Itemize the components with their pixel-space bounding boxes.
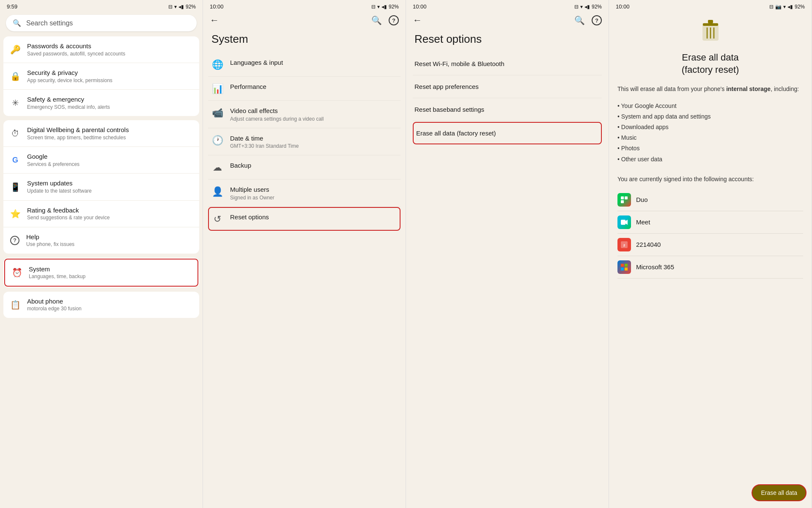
- settings-item-google[interactable]: G Google Services & preferences: [3, 147, 199, 174]
- svg-rect-1: [703, 23, 718, 26]
- system-item-languages[interactable]: 🌐 Languages & input: [208, 52, 401, 77]
- duo-logo: [617, 193, 631, 207]
- performance-icon: 📊: [211, 83, 223, 94]
- accounts-intro: You are currently signed into the follow…: [617, 175, 803, 184]
- settings-item-system[interactable]: ⏰ System Languages, time, backup: [4, 259, 198, 287]
- languages-title: Languages & input: [230, 58, 397, 67]
- reset-item-app-prefs[interactable]: Reset app preferences: [413, 75, 602, 98]
- passwords-title: Passwords & accounts: [27, 42, 192, 50]
- system-item-reset[interactable]: ↺ Reset options: [208, 207, 401, 231]
- passwords-icon: 🔑: [10, 44, 20, 55]
- settings-group-system: ⏰ System Languages, time, backup: [3, 258, 199, 287]
- search-bar[interactable]: 🔍 Search settings: [6, 15, 197, 31]
- system-item-performance[interactable]: 📊 Performance: [208, 77, 401, 101]
- search-icon-2[interactable]: 🔍: [371, 15, 382, 25]
- accounts-section: You are currently signed into the follow…: [617, 175, 803, 279]
- account-item-ms365: Microsoft 365: [617, 256, 803, 279]
- top-icons-2: 🔍 ?: [371, 15, 399, 25]
- screen3-top-bar: ← 🔍 ?: [406, 11, 609, 28]
- svg-rect-15: [621, 268, 624, 271]
- erase-title: Erase all data(factory reset): [682, 52, 739, 76]
- datetime-icon: 🕐: [211, 135, 223, 146]
- help-icon-3[interactable]: ?: [592, 15, 602, 25]
- help-title: Help: [26, 233, 192, 241]
- reset-item-baseband[interactable]: Reset baseband settings: [413, 98, 602, 121]
- datetime-subtitle: GMT+3:30 Iran Standard Time: [230, 143, 397, 149]
- google-icon: G: [10, 156, 20, 165]
- erase-all-button[interactable]: Erase all data: [752, 484, 807, 501]
- status-bar-2: 10:00 ⊟ ▾ ◂▮ 92%: [203, 0, 406, 11]
- datetime-title: Date & time: [230, 134, 397, 143]
- svg-rect-16: [625, 268, 628, 271]
- duo-name: Duo: [636, 196, 648, 203]
- settings-item-help[interactable]: ? Help Use phone, fix issues: [3, 227, 199, 254]
- status-time-1: 9:59: [7, 3, 17, 10]
- search-icon-3[interactable]: 🔍: [574, 15, 585, 25]
- settings-group-about: 📋 About phone motorola edge 30 fusion: [3, 292, 199, 318]
- erase-button-container: Erase all data: [752, 484, 807, 501]
- videocall-icon: 📹: [211, 108, 223, 119]
- passwords-subtitle: Saved passwords, autofill, synced accoun…: [27, 51, 192, 58]
- rating-subtitle: Send suggestions & rate your device: [27, 215, 192, 221]
- settings-item-about[interactable]: 📋 About phone motorola edge 30 fusion: [3, 292, 199, 318]
- help-icon: ?: [10, 236, 19, 245]
- settings-item-safety[interactable]: ✳ Safety & emergency Emergency SOS, medi…: [3, 90, 199, 116]
- reset-screen-title: Reset options: [406, 28, 609, 52]
- security-title: Security & privacy: [27, 69, 192, 77]
- account-item-num: 2 2214040: [617, 234, 803, 256]
- status-time-2: 10:00: [210, 3, 224, 10]
- reset-title: Reset options: [230, 213, 397, 221]
- multiuser-icon: 👤: [211, 186, 223, 197]
- backup-icon: ☁: [211, 162, 223, 173]
- svg-marker-10: [625, 220, 628, 225]
- svg-rect-9: [621, 220, 625, 225]
- backup-title: Backup: [230, 161, 397, 170]
- languages-icon: 🌐: [211, 59, 223, 70]
- num-logo: 2: [617, 238, 631, 251]
- help-icon-2[interactable]: ?: [389, 15, 399, 25]
- erase-list-item-apps: • Downloaded apps: [617, 122, 803, 133]
- back-button-2[interactable]: ←: [210, 15, 219, 26]
- settings-list: 🔑 Passwords & accounts Saved passwords, …: [0, 36, 203, 508]
- reset-item-erase[interactable]: Erase all data (factory reset): [413, 122, 602, 144]
- settings-item-wellbeing[interactable]: ⏱ Digital Wellbeing & parental controls …: [3, 120, 199, 147]
- system-item-videocall[interactable]: 📹 Video call effects Adjust camera setti…: [208, 101, 401, 128]
- system-item-backup[interactable]: ☁ Backup: [208, 155, 401, 179]
- system-title: System: [29, 265, 191, 273]
- top-icons-3: 🔍 ?: [574, 15, 602, 25]
- updates-title: System updates: [27, 179, 192, 188]
- erase-list-item-userdata: • Other user data: [617, 154, 803, 165]
- settings-group-1: 🔑 Passwords & accounts Saved passwords, …: [3, 36, 199, 116]
- system-item-multiuser[interactable]: 👤 Multiple users Signed in as Owner: [208, 179, 401, 207]
- screen2-top-bar: ← 🔍 ?: [203, 11, 406, 28]
- settings-item-updates[interactable]: 📱 System updates Update to the latest so…: [3, 174, 199, 200]
- status-bar-4: 10:00 ⊟ 📷 ▾ ◂▮ 92%: [609, 0, 812, 11]
- system-icon: ⏰: [12, 268, 22, 278]
- updates-subtitle: Update to the latest software: [27, 188, 192, 195]
- screen-system: 10:00 ⊟ ▾ ◂▮ 92% ← 🔍 ? System 🌐 Language…: [203, 0, 406, 508]
- erase-list-item-system: • System and app data and settings: [617, 111, 803, 122]
- erase-description: This will erase all data from your phone…: [617, 84, 803, 94]
- system-item-datetime[interactable]: 🕐 Date & time GMT+3:30 Iran Standard Tim…: [208, 128, 401, 156]
- google-title: Google: [27, 152, 192, 161]
- multiuser-title: Multiple users: [230, 185, 397, 194]
- status-icons-1: ⊟ ▾ ◂▮ 92%: [168, 4, 196, 10]
- videocall-title: Video call effects: [230, 107, 397, 115]
- settings-item-security[interactable]: 🔒 Security & privacy App security, devic…: [3, 63, 199, 90]
- google-subtitle: Services & preferences: [27, 161, 192, 168]
- status-bar-3: 10:00 ⊟ ▾ ◂▮ 92%: [406, 0, 609, 11]
- settings-item-rating[interactable]: ⭐ Rating & feedback Send suggestions & r…: [3, 201, 199, 227]
- system-subtitle: Languages, time, backup: [29, 273, 191, 280]
- settings-item-passwords[interactable]: 🔑 Passwords & accounts Saved passwords, …: [3, 36, 199, 63]
- multiuser-subtitle: Signed in as Owner: [230, 195, 397, 201]
- erase-data-list: • Your Google Account • System and app d…: [617, 101, 803, 165]
- safety-icon: ✳: [10, 98, 20, 108]
- screen-reset-options: 10:00 ⊟ ▾ ◂▮ 92% ← 🔍 ? Reset options Res…: [406, 0, 609, 508]
- screen-settings-list: 9:59 ⊟ ▾ ◂▮ 92% 🔍 Search settings 🔑 Pass…: [0, 0, 203, 508]
- reset-item-wifi[interactable]: Reset Wi-Fi, mobile & Bluetooth: [413, 52, 602, 75]
- help-subtitle: Use phone, fix issues: [26, 241, 192, 248]
- account-item-meet: Meet: [617, 211, 803, 234]
- back-button-3[interactable]: ←: [413, 15, 422, 26]
- svg-rect-6: [621, 196, 624, 199]
- security-subtitle: App security, device lock, permissions: [27, 77, 192, 84]
